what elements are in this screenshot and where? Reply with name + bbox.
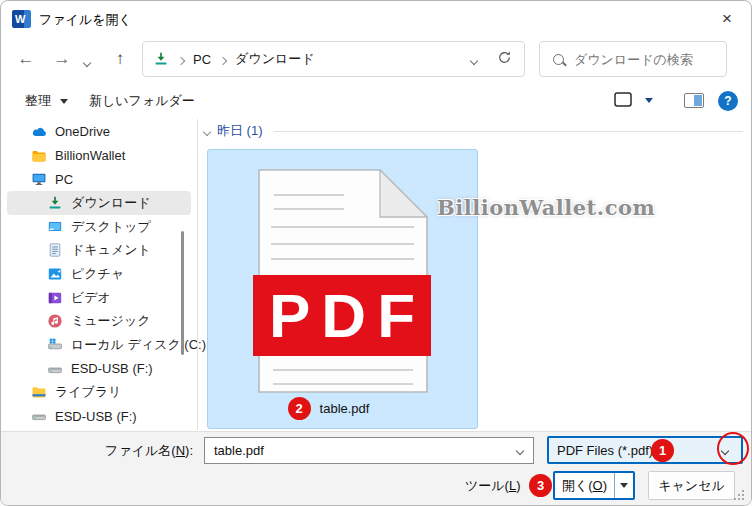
pc-icon — [31, 171, 47, 187]
sidebar-item-onedrive[interactable]: OneDrive — [7, 120, 191, 144]
help-icon[interactable]: ? — [718, 91, 738, 111]
preview-pane-icon[interactable] — [684, 93, 704, 108]
filename-combobox[interactable] — [204, 437, 534, 464]
sidebar-item-downloads[interactable]: ダウンロード — [7, 191, 191, 215]
music-icon — [47, 313, 63, 329]
title-bar[interactable]: W ファイルを開く × — [1, 1, 751, 37]
search-field[interactable] — [574, 52, 716, 67]
sidebar-item-esd-usb-f[interactable]: ESD-USB (F:) — [7, 357, 191, 381]
sidebar-item-pictures[interactable]: ピクチャ — [7, 262, 191, 286]
downloads-icon — [153, 51, 169, 67]
window-title: ファイルを開く — [39, 11, 132, 29]
sidebar-scrollbar[interactable] — [181, 231, 184, 355]
organize-button[interactable]: 整理 — [25, 87, 68, 115]
sidebar-list: OneDriveBillionWalletPCダウンロードデスクトップドキュメン… — [1, 120, 197, 428]
sidebar-item-libraries[interactable]: ライブラリ — [7, 381, 191, 405]
usb-icon — [47, 361, 63, 377]
annotation-badge-3: 3 — [529, 474, 552, 497]
desktop-icon — [47, 219, 63, 235]
sidebar-item-pc[interactable]: PC — [7, 167, 191, 191]
filename-label: ファイル名(N): — [1, 437, 198, 464]
group-label: 昨日 (1) — [217, 122, 263, 140]
group-divider — [274, 131, 744, 132]
breadcrumb-item-downloads[interactable]: ダウンロード — [235, 50, 315, 68]
pdf-banner: PDF — [253, 275, 431, 356]
up-icon[interactable]: ↑ — [107, 47, 133, 71]
documents-icon — [47, 242, 63, 258]
view-dropdown-icon[interactable] — [645, 98, 653, 103]
sidebar-item-local-disk-c[interactable]: ローカル ディスク (C:) — [7, 333, 191, 357]
open-dropdown-icon[interactable] — [614, 473, 633, 498]
chevron-right-icon — [178, 52, 184, 67]
sidebar-item-videos[interactable]: ビデオ — [7, 286, 191, 310]
close-icon[interactable]: × — [709, 4, 745, 34]
sidebar-item-documents[interactable]: ドキュメント — [7, 238, 191, 262]
downloads-icon — [47, 195, 63, 211]
folder-icon — [31, 148, 47, 164]
new-folder-button[interactable]: 新しいフォルダー — [89, 87, 195, 115]
annotation-badge-1: 1 — [651, 439, 674, 462]
sidebar-item-desktop[interactable]: デスクトップ — [7, 215, 191, 239]
group-header[interactable]: 昨日 (1) — [204, 122, 743, 140]
disk-icon — [47, 337, 63, 353]
chevron-right-icon — [220, 52, 226, 67]
filename-field[interactable] — [205, 443, 533, 458]
pictures-icon — [47, 266, 63, 282]
file-name-label[interactable]: table.pdf — [320, 401, 370, 416]
back-icon[interactable]: ← — [13, 47, 39, 71]
usb-icon — [31, 408, 47, 424]
filetype-combobox[interactable]: PDF Files (*.pdf) 1 — [547, 436, 743, 464]
view-mode-icon[interactable] — [614, 92, 632, 111]
tools-button[interactable]: ツール(L) — [465, 472, 539, 500]
annotation-badge-2: 2 — [288, 397, 311, 420]
resize-grip-icon[interactable] — [733, 489, 744, 500]
sidebar-item-esd-usb-f-2[interactable]: ESD-USB (F:) — [7, 404, 191, 428]
videos-icon — [47, 290, 63, 306]
watermark: BillionWallet.com — [437, 195, 655, 220]
breadcrumb-item-pc[interactable]: PC — [193, 52, 211, 67]
breadcrumb[interactable]: PC ダウンロード — [142, 41, 525, 77]
address-dropdown-icon[interactable] — [471, 52, 477, 67]
search-input[interactable] — [539, 41, 727, 77]
sidebar-item-billionwallet[interactable]: BillionWallet — [7, 144, 191, 168]
library-icon — [31, 384, 47, 400]
cancel-button[interactable]: キャンセル — [648, 471, 735, 500]
recent-locations-icon[interactable] — [84, 54, 90, 69]
onedrive-icon — [31, 124, 47, 140]
divider — [197, 119, 198, 430]
sidebar-item-music[interactable]: ミュージック — [7, 310, 191, 334]
refresh-icon[interactable] — [497, 50, 512, 68]
search-icon — [553, 54, 564, 65]
word-app-icon: W — [12, 10, 31, 28]
collapse-group-icon[interactable] — [204, 123, 210, 138]
chevron-down-icon — [60, 99, 68, 104]
open-button[interactable]: 開く(O) — [553, 471, 635, 500]
open-file-dialog: W ファイルを開く × ← → ↑ PC ダウンロード 整理 新しいフォルダー … — [0, 0, 752, 506]
forward-icon[interactable]: → — [49, 47, 75, 71]
file-tile-table-pdf[interactable]: PDF 2 table.pdf — [207, 149, 478, 429]
filetype-value: PDF Files (*.pdf) — [557, 443, 653, 458]
filetype-dropdown-icon[interactable] — [721, 447, 729, 455]
